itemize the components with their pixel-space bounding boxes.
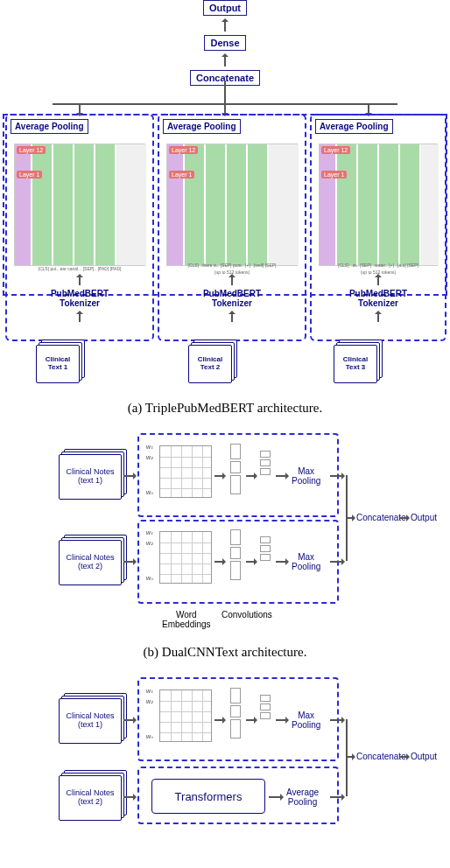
tokens-note: [CLS] ..at.. [SEP] ..water.. [+] ..[a.o]… [319, 262, 438, 268]
arrow-icon [246, 561, 257, 563]
arrow-icon [400, 756, 409, 758]
arrow-icon [330, 475, 344, 477]
clinical-text-1-box: Clinical Text 1 [36, 345, 80, 383]
convolutions-label: Convolutions [221, 610, 272, 620]
arrow-icon [330, 719, 344, 721]
output-label: Output [411, 752, 437, 761]
concat-label: Concatenate [356, 752, 406, 761]
arrow-icon [214, 719, 225, 721]
word-embeddings-label: Word Embeddings [162, 610, 211, 629]
caption-b: (b) DualCNNText architecture. [0, 645, 450, 660]
wn-label: wₙ [146, 733, 153, 740]
wn-label: wₙ [146, 489, 153, 496]
top-stack: Output Dense Concatenate [172, 0, 278, 86]
clinical-notes-2-box: Clinical Notes (text 2) [59, 775, 122, 821]
arrow-icon [123, 796, 136, 798]
arrow-icon [123, 561, 136, 563]
tokenizer-label: PubMedBERT Tokenizer [51, 289, 109, 308]
w2-label: w₂ [146, 698, 153, 705]
panel-b-dualcnntext: Clinical Notes (text 1) w₁ w₂ wₙ Max Poo… [32, 428, 418, 638]
arrow-icon [246, 719, 257, 721]
arrow-icon [224, 19, 226, 32]
pooled-bars [260, 451, 272, 477]
arrow-icon [330, 561, 344, 563]
tokens-note: [CLS] ..there is.. [SEP] pure.. [+] ..[w… [166, 262, 298, 268]
layer-1-tag: Layer 1 [169, 171, 194, 178]
branch-2: Average Pooling Layer 12 Layer 1 [CLS] .… [158, 114, 306, 341]
pooled-bars [260, 536, 272, 563]
dense-box: Dense [204, 35, 245, 51]
conv-bars [230, 444, 243, 496]
tokenizer-label: PubMedBERT Tokenizer [349, 289, 407, 308]
arrow-icon [231, 312, 233, 322]
arrow-icon [346, 756, 355, 758]
maxpool-label: Max Pooling [292, 710, 320, 730]
word-embeddings-grid [159, 531, 212, 584]
avg-pooling-label: Average Pooling [163, 119, 241, 134]
clinical-notes-1-box: Clinical Notes (text 1) [59, 454, 122, 500]
maxpool-label: Max Pooling [292, 552, 320, 571]
bert-layers-diagram: Layer 12 Layer 1 [14, 144, 145, 266]
bert-layers-diagram: Layer 12 Layer 1 [319, 144, 438, 266]
arrow-icon [377, 312, 379, 322]
arrow-icon [224, 54, 226, 66]
arrow-icon [123, 719, 136, 721]
avgpool-label: Average Pooling [286, 788, 319, 807]
arrow-icon [400, 517, 409, 519]
clinical-notes-2-label: Clinical Notes (text 2) [59, 775, 122, 821]
arrow-icon [214, 475, 225, 477]
clinical-text-2-box: Clinical Text 2 [188, 345, 232, 383]
layer-12-tag: Layer 12 [321, 146, 350, 154]
vline [224, 80, 226, 103]
arrow-icon [231, 275, 233, 285]
maxpool-label: Max Pooling [292, 466, 320, 486]
w2-label: w₂ [146, 540, 153, 547]
arrow-icon [330, 796, 344, 798]
layer-12-tag: Layer 12 [169, 146, 198, 154]
arrow-icon [346, 517, 355, 519]
tokenizer-label: PubMedBERT Tokenizer [203, 289, 261, 308]
branch-1: Average Pooling Layer 12 Layer 1 [CLS] p… [5, 114, 154, 341]
w1-label: w₁ [146, 444, 153, 451]
clinical-text-3-box: Clinical Text 3 [334, 345, 377, 383]
panel-c-cnntext-transformer: Clinical Notes (text 1) w₁ w₂ wₙ Max Poo… [32, 672, 418, 856]
clinical-text-2-label: Clinical Text 2 [188, 345, 232, 383]
arrow-icon [123, 475, 136, 477]
avg-pooling-label: Average Pooling [11, 119, 88, 134]
wn-label: wₙ [146, 575, 153, 582]
word-embeddings-grid [159, 445, 212, 498]
avg-pooling-label: Average Pooling [315, 119, 393, 134]
arrow-icon [377, 275, 379, 285]
arrow-icon [79, 275, 81, 285]
w1-label: w₁ [146, 529, 153, 536]
arrow-icon [79, 312, 81, 322]
caption-a: (a) TriplePubMedBERT architecture. [0, 401, 450, 416]
bert-layers-diagram: Layer 12 Layer 1 [166, 144, 298, 266]
clinical-text-1-label: Clinical Text 1 [36, 345, 80, 383]
clinical-text-3-label: Clinical Text 3 [334, 345, 377, 383]
layer-1-tag: Layer 1 [17, 171, 42, 178]
arrow-icon [276, 475, 288, 477]
conv-bars [230, 688, 243, 740]
clinical-notes-1-label: Clinical Notes (text 1) [59, 698, 122, 744]
layer-1-tag: Layer 1 [321, 171, 347, 178]
arrow-icon [214, 561, 225, 563]
pooled-bars [260, 695, 272, 721]
w2-label: w₂ [146, 454, 153, 461]
transformers-box: Transformers [151, 779, 265, 814]
word-embeddings-grid [159, 690, 212, 742]
w1-label: w₁ [146, 688, 153, 695]
arrow-icon [269, 796, 283, 798]
clinical-notes-2-box: Clinical Notes (text 2) [59, 540, 122, 585]
arrow-icon [276, 561, 288, 563]
conv-bars [230, 529, 243, 582]
layer-12-tag: Layer 12 [17, 146, 46, 154]
output-label: Output [411, 513, 437, 522]
branch-3: Average Pooling Layer 12 Layer 1 [CLS] .… [310, 114, 446, 341]
clinical-notes-2-label: Clinical Notes (text 2) [59, 540, 122, 585]
clinical-notes-1-label: Clinical Notes (text 1) [59, 454, 122, 500]
arrow-icon [276, 719, 288, 721]
output-box: Output [203, 0, 247, 16]
vline [346, 719, 348, 796]
concat-label: Concatenate [356, 513, 406, 522]
